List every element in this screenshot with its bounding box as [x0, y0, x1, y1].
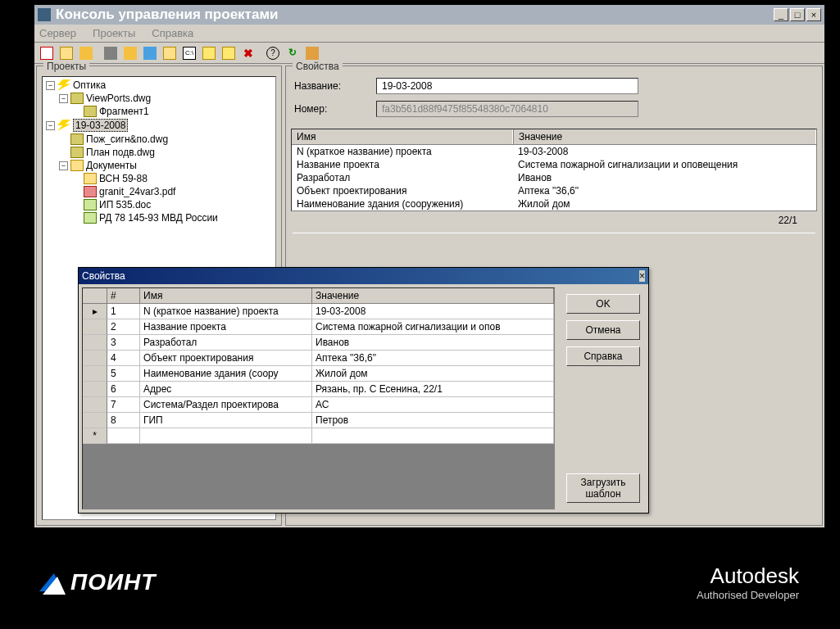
grid-cell[interactable]: N (краткое название) проекта	[140, 304, 312, 319]
number-input	[376, 101, 638, 117]
grid-num-header[interactable]: #	[107, 288, 140, 304]
cancel-button[interactable]: Отмена	[566, 320, 640, 340]
dialog-titlebar[interactable]: Свойства ×	[79, 268, 648, 284]
grid-cell[interactable]: 5	[107, 366, 140, 382]
grid-cell[interactable]: Аптека "36,6"	[312, 351, 554, 366]
row-marker[interactable]	[83, 397, 107, 413]
tree-item[interactable]: РД 78 145-93 МВД России	[99, 212, 218, 224]
bolt-icon	[57, 79, 70, 91]
ok-button[interactable]: OK	[566, 294, 640, 314]
row-marker[interactable]	[83, 413, 107, 428]
tree-item[interactable]: ВСН 59-88	[99, 173, 148, 184]
grid-value-header[interactable]: Значение	[312, 288, 554, 304]
grid-cell[interactable]: Наименование здания (соору	[140, 366, 312, 382]
row-marker[interactable]: ▸	[83, 304, 107, 319]
grid-cell[interactable]: 8	[107, 413, 140, 428]
col-name-header[interactable]: Имя	[292, 129, 513, 144]
grid-name-header[interactable]: Имя	[140, 288, 312, 304]
doc-icon	[84, 199, 97, 210]
expand-icon[interactable]: −	[59, 161, 68, 170]
menu-help[interactable]: Справка	[152, 27, 193, 39]
prop-value: Иванов	[513, 171, 816, 184]
grid-cell[interactable]: 7	[107, 397, 140, 413]
point-logo: ПОИНТ	[41, 569, 156, 595]
tree-item[interactable]: Документы	[86, 160, 137, 171]
row-marker[interactable]	[83, 335, 107, 351]
tool-help-icon[interactable]: ?	[264, 44, 282, 62]
name-input[interactable]	[376, 78, 638, 94]
grid-cell[interactable]: Жилой дом	[312, 366, 554, 382]
tool-disk-icon[interactable]	[102, 44, 120, 62]
tool-new-icon[interactable]	[38, 44, 56, 62]
grid-cell[interactable]: Адрес	[140, 382, 312, 397]
grid-marker-header[interactable]	[83, 288, 107, 304]
toolbar: C:\ ✖ ? ↻	[34, 43, 824, 64]
load-template-button[interactable]: Загрузить шаблон	[566, 473, 640, 503]
tool-refresh-icon[interactable]: ↻	[284, 44, 302, 62]
tree-item[interactable]: granit_24var3.pdf	[99, 186, 175, 197]
row-marker[interactable]	[83, 319, 107, 335]
tree-item[interactable]: Оптика	[73, 79, 106, 91]
tree-item-selected[interactable]: 19-03-2008	[73, 119, 128, 132]
tool-folder-icon[interactable]	[161, 44, 179, 62]
tool-users-icon[interactable]	[121, 44, 139, 62]
grid-cell[interactable]: 4	[107, 351, 140, 366]
grid-cell[interactable]: Объект проектирования	[140, 351, 312, 366]
dwg-icon	[70, 147, 84, 158]
grid-cell[interactable]: Система/Раздел проектирова	[140, 397, 312, 413]
tree-item[interactable]: Фрагмент1	[99, 106, 149, 117]
grid-cell[interactable]: 1	[107, 304, 140, 319]
prop-value: 19-03-2008	[513, 145, 816, 158]
grid-cell[interactable]: 3	[107, 335, 140, 351]
tool-highlight-icon[interactable]	[220, 44, 238, 62]
close-button[interactable]: ×	[806, 8, 821, 21]
grid-cell[interactable]: Разработал	[140, 335, 312, 351]
grid-cell[interactable]: Рязань, пр. С Есенина, 22/1	[312, 382, 554, 397]
tool-window-icon[interactable]	[200, 44, 218, 62]
splitter[interactable]	[286, 229, 822, 236]
properties-grid[interactable]: # Имя Значение ▸1N (краткое название) пр…	[82, 287, 555, 509]
tool-image-icon[interactable]	[141, 44, 159, 62]
expand-icon[interactable]: −	[59, 94, 68, 103]
dialog-close-button[interactable]: ×	[639, 270, 645, 282]
grid-cell[interactable]: Название проекта	[140, 319, 312, 335]
expand-icon[interactable]: −	[46, 81, 55, 90]
tool-chart-icon[interactable]	[303, 44, 321, 62]
tree-item[interactable]: ViewPorts.dwg	[86, 93, 151, 104]
tool-open-icon[interactable]	[57, 44, 75, 62]
grid-cell[interactable]: 6	[107, 382, 140, 397]
maximize-button[interactable]: □	[790, 8, 805, 21]
prop-name: Разработал	[292, 171, 513, 184]
tool-delete-icon[interactable]: ✖	[239, 44, 257, 62]
tool-console-icon[interactable]: C:\	[180, 44, 198, 62]
minimize-button[interactable]: _	[774, 8, 788, 21]
name-label: Название:	[294, 80, 376, 92]
folder-icon	[70, 160, 84, 171]
grid-cell[interactable]: Петров	[312, 413, 554, 428]
titlebar[interactable]: Консоль управления проектами _ □ ×	[34, 5, 824, 25]
grid-cell[interactable]: 2	[107, 319, 140, 335]
help-button[interactable]: Справка	[566, 346, 640, 366]
expand-icon[interactable]: −	[46, 121, 55, 130]
tree-item[interactable]: Пож_сигн&по.dwg	[86, 133, 168, 145]
col-value-header[interactable]: Значение	[513, 129, 816, 144]
pdf-icon	[84, 186, 97, 197]
properties-table: Имя Значение N (краткое название) проект…	[291, 129, 817, 211]
row-marker[interactable]	[83, 366, 107, 382]
grid-cell[interactable]: ГИП	[140, 413, 312, 428]
row-marker[interactable]	[83, 382, 107, 397]
grid-cell[interactable]: АС	[312, 397, 554, 413]
grid-cell[interactable]: Система пожарной сигнализации и опов	[312, 319, 554, 335]
tool-user-icon[interactable]	[77, 44, 95, 62]
menu-server[interactable]: Сервер	[39, 27, 76, 39]
grid-cell[interactable]: Иванов	[312, 335, 554, 351]
row-marker[interactable]	[83, 351, 107, 366]
tree-item[interactable]: ИП 535.doc	[99, 199, 151, 210]
prop-name: Объект проектирования	[292, 184, 513, 197]
menu-projects[interactable]: Проекты	[93, 27, 135, 39]
menubar: Сервер Проекты Справка	[34, 25, 824, 43]
tree-item[interactable]: План подв.dwg	[86, 147, 155, 158]
grid-cell[interactable]: 19-03-2008	[312, 304, 554, 319]
autodesk-logo: Autodesk Authorised Developer	[697, 563, 799, 601]
new-row-marker[interactable]: *	[83, 428, 107, 444]
